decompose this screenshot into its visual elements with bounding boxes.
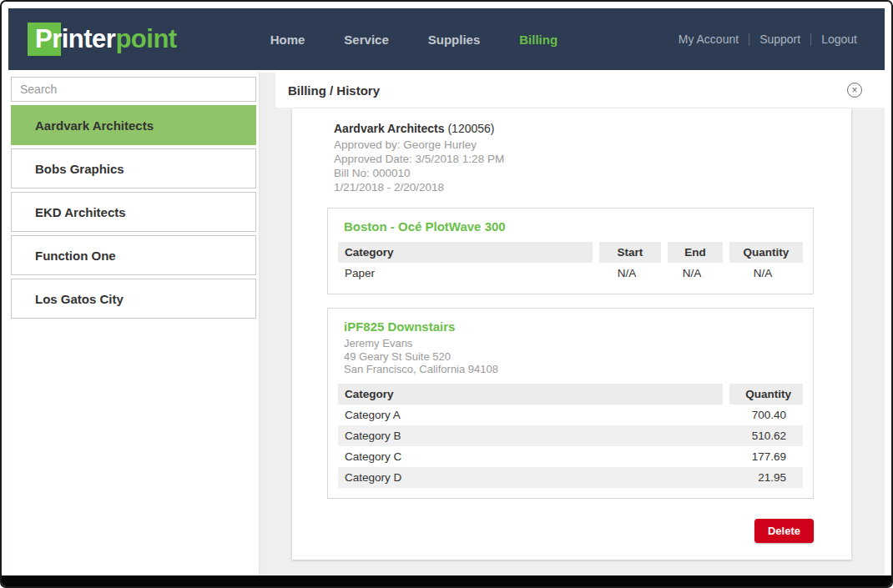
contact-name: Jeremy Evans [344,337,803,350]
logo-text-point: point [115,24,176,53]
logo-text-printer: Printer [35,24,115,53]
cell-quantity: 510.62 [723,425,803,446]
nav-link-billing[interactable]: Billing [519,33,557,47]
nav-link-supplies[interactable]: Supplies [428,33,481,47]
sidebar-main-gutter [259,73,275,575]
main-header: Billing / History × [275,73,885,108]
cell-start: N/A [593,263,661,284]
cell-quantity: N/A [723,263,803,284]
separator [749,33,749,46]
card-actions: Delete [327,519,814,543]
column-header-category: Category [338,384,723,405]
close-icon[interactable]: × [847,83,862,98]
sidebar-item-label: EKD Architects [35,205,126,219]
sidebar-item-label: Aardvark Architects [35,118,154,133]
address-city: San Francisco, California 94108 [344,363,803,376]
sidebar-item-function-one[interactable]: Function One [11,235,256,275]
support-link[interactable]: Support [759,33,800,46]
sidebar-item-los-gatos-city[interactable]: Los Gatos City [11,279,256,319]
sidebar-item-label: Los Gatos City [35,292,124,306]
column-header-quantity: Quantity [723,242,803,263]
column-header-category: Category [338,242,593,263]
app-window: Printerpoint Home Service Supplies Billi… [0,0,893,588]
account-nav: My Account Support Logout [679,33,857,46]
nav-link-home[interactable]: Home [270,33,305,47]
ipf825-usage-table: Category Quantity Category A 700.40 [338,384,803,488]
cell-quantity: 177.69 [723,446,803,467]
cell-category: Category A [338,405,723,425]
table-row: Category B 510.62 [338,425,803,446]
printer-address: Jeremy Evans 49 Geary St Suite 520 San F… [344,337,803,376]
sidebar-item-label: Bobs Graphics [35,162,124,176]
logo-wordmark: Printerpoint [35,24,177,54]
app-body: Aardvark Architects Bobs Graphics EKD Ar… [8,73,885,575]
page-title: Billing / History [288,83,380,98]
window-chrome: Printerpoint Home Service Supplies Billi… [2,2,891,575]
approved-date-line: Approved Date: 3/5/2018 1:28 PM [334,152,814,166]
window-bottom-edge [2,575,891,586]
table-row: Category A 700.40 [338,405,803,425]
customer-number: (120056) [447,122,494,135]
column-header-quantity: Quantity [723,384,803,405]
primary-nav: Home Service Supplies Billing [270,33,557,47]
table-row: Category C 177.69 [338,446,803,467]
cell-quantity: 700.40 [723,405,803,425]
printer-section-heading: iPF825 Downstairs [344,319,803,334]
cell-category: Category C [338,446,723,467]
nav-link-service[interactable]: Service [344,33,388,47]
table-header-row: Category Start End Quantity [338,242,803,263]
printerpoint-logo[interactable]: Printerpoint [28,23,177,56]
sidebar-item-ekd-architects[interactable]: EKD Architects [11,192,256,232]
table-row: Paper N/A N/A N/A [338,263,803,284]
cell-quantity: 21.95 [723,467,803,488]
main-panel: Billing / History × Aardvark Architects … [275,73,885,575]
address-street: 49 Geary St Suite 520 [344,350,803,364]
bill-header: Aardvark Architects (120056) Approved by… [334,122,814,194]
boston-usage-table: Category Start End Quantity Paper [338,242,803,284]
main-content: Aardvark Architects (120056) Approved by… [275,108,885,575]
customer-name: Aardvark Architects [334,122,445,135]
search-input[interactable] [11,77,256,102]
separator [810,33,811,46]
table-row: Category D 21.95 [338,467,803,488]
column-header-start: Start [593,242,661,263]
sidebar-item-label: Function One [35,249,116,263]
customer-sidebar: Aardvark Architects Bobs Graphics EKD Ar… [8,73,259,575]
logout-link[interactable]: Logout [821,33,857,46]
cell-category: Paper [338,263,593,284]
column-header-end: End [661,242,723,263]
printer-section-heading: Boston - Océ PlotWave 300 [344,219,803,234]
sidebar-item-bobs-graphics[interactable]: Bobs Graphics [11,148,256,188]
printer-section-ipf825: iPF825 Downstairs Jeremy Evans 49 Geary … [327,308,814,499]
billing-period-line: 1/21/2018 - 2/20/2018 [334,180,814,194]
bill-customer-title: Aardvark Architects (120056) [334,122,814,135]
top-navbar: Printerpoint Home Service Supplies Billi… [8,8,885,70]
bill-card: Aardvark Architects (120056) Approved by… [292,108,851,560]
bill-no-line: Bill No: 000010 [334,166,814,180]
delete-button[interactable]: Delete [754,519,814,543]
approved-by-line: Approved by: George Hurley [334,138,814,152]
cell-category: Category D [338,467,723,488]
sidebar-item-aardvark-architects[interactable]: Aardvark Architects [11,105,256,145]
cell-end: N/A [661,263,723,284]
printer-section-boston: Boston - Océ PlotWave 300 Category Start… [327,208,814,294]
table-header-row: Category Quantity [338,384,803,405]
cell-category: Category B [338,425,723,446]
my-account-link[interactable]: My Account [679,33,739,46]
